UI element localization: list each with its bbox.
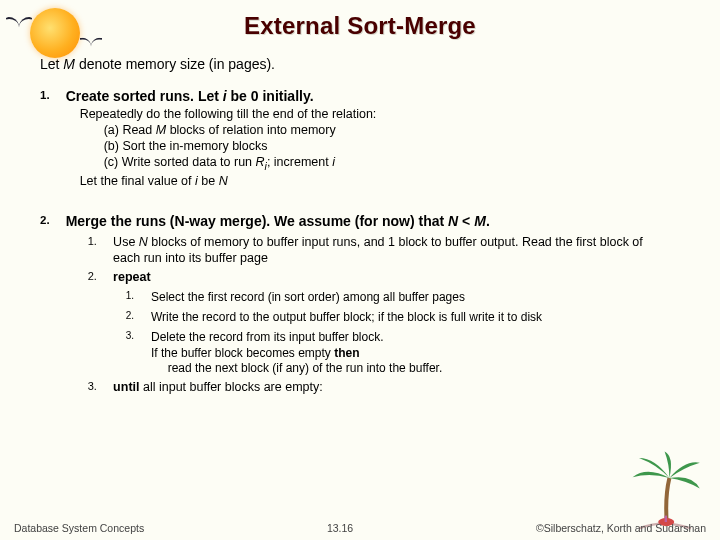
bird-icon (80, 37, 102, 47)
list-marker: 3. (88, 379, 110, 393)
step-1c: (c) Write sorted data to run Ri; increme… (66, 154, 686, 173)
text: (a) Read (104, 123, 156, 137)
var-m: M (474, 213, 486, 229)
var-m: M (63, 56, 75, 72)
text: Let the final value of (80, 174, 195, 188)
text: < (458, 213, 474, 229)
step-1b: (b) Sort the in-memory blocks (66, 138, 686, 154)
list-marker: 1. (88, 234, 110, 248)
step-1: 1. Create sorted runs. Let i be 0 initia… (40, 88, 688, 189)
repeat-1: 1. Select the first record (in sort orde… (66, 290, 686, 305)
text: blocks of memory to buffer input runs, a… (113, 235, 643, 265)
text: Write the record to the output buffer bl… (151, 310, 671, 325)
step-2-2: 2. repeat (66, 269, 686, 285)
text: all input buffer blocks are empty: (140, 380, 323, 394)
text: be 0 initially. (227, 88, 314, 104)
step-1-final: Let the final value of i be N (66, 173, 686, 189)
footer-center: 13.16 (327, 522, 353, 534)
list-marker: 3. (126, 330, 148, 343)
bird-icon (6, 16, 32, 28)
step-2-head: Merge the runs (N-way merge). (66, 213, 271, 229)
var-n: N (219, 174, 228, 188)
slide-footer: Database System Concepts 13.16 ©Silbersc… (0, 522, 720, 534)
step-1-head: Create sorted runs. (66, 88, 194, 104)
keyword-until: until (113, 380, 139, 394)
palm-tree-decor (618, 450, 708, 530)
list-marker: 1. (126, 290, 148, 303)
repeat-2: 2. Write the record to the output buffer… (66, 310, 686, 325)
intro-line: Let M denote memory size (in pages). (40, 56, 688, 74)
list-marker: 1. (40, 88, 62, 103)
step-2-3: 3. until all input buffer blocks are emp… (66, 379, 686, 395)
repeat-3: 3. Delete the record from its input buff… (66, 330, 686, 376)
text: Select the first record (in sort order) … (151, 290, 671, 305)
var-n: N (448, 213, 458, 229)
sun-decor (30, 8, 80, 58)
text: Let (40, 56, 63, 72)
list-marker: 2. (126, 310, 148, 323)
text: We assume (for now) that (270, 213, 448, 229)
list-marker: 2. (40, 213, 62, 228)
step-1a: (a) Read M blocks of relation into memor… (66, 122, 686, 138)
slide-title: External Sort-Merge (0, 0, 720, 40)
text: (c) Write sorted data to run (104, 155, 256, 169)
text: . (486, 213, 490, 229)
step-2-1: 1. Use N blocks of memory to buffer inpu… (66, 234, 686, 266)
text: ; increment (267, 155, 332, 169)
keyword-then: then (334, 346, 359, 360)
var-i: i (332, 155, 335, 169)
text: If the buffer block becomes empty (151, 346, 334, 360)
text: denote memory size (in pages). (75, 56, 275, 72)
text: read the next block (if any) of the run … (151, 361, 442, 375)
slide-content: Let M denote memory size (in pages). 1. … (0, 40, 720, 395)
var-r: R (256, 155, 265, 169)
var-m: M (156, 123, 166, 137)
text: blocks of relation into memory (166, 123, 336, 137)
footer-right: ©Silberschatz, Korth and Sudarshan (536, 522, 706, 534)
list-marker: 2. (88, 269, 110, 283)
footer-left: Database System Concepts (14, 522, 144, 534)
keyword-repeat: repeat (113, 270, 151, 284)
text: Use (113, 235, 139, 249)
var-n: N (139, 235, 148, 249)
text: Delete the record from its input buffer … (151, 330, 384, 344)
text: be (198, 174, 219, 188)
text: Repeatedly do the following till the end… (66, 106, 686, 122)
step-2: 2. Merge the runs (N-way merge). We assu… (40, 213, 688, 396)
text: Let (194, 88, 223, 104)
